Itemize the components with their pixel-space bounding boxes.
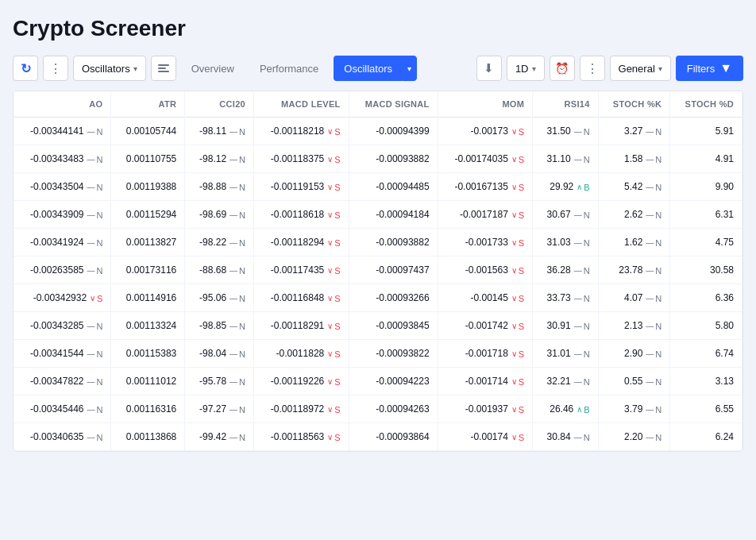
signal-badge: — N bbox=[230, 405, 245, 415]
signal-badge: — N bbox=[87, 183, 103, 192]
data-table: AO ATR CCI20 MACD LEVEL MACD SIGNAL MOM … bbox=[14, 91, 742, 451]
signal-badge: — N bbox=[87, 405, 103, 415]
signal-badge: ∨ S bbox=[511, 349, 524, 359]
cell-mom: -0.001733∨ S bbox=[438, 229, 533, 256]
col-cci20[interactable]: CCI20 bbox=[185, 91, 254, 118]
cell-rsi14: 31.50— N bbox=[533, 118, 598, 145]
signal-badge: ∧ B bbox=[577, 183, 589, 192]
signal-badge: ∨ S bbox=[511, 266, 524, 276]
signal-badge: — N bbox=[230, 294, 245, 303]
general-chevron-icon: ▾ bbox=[658, 64, 662, 73]
cell-atr: 0.00113827 bbox=[111, 229, 185, 256]
cell-ao: -0.00343483— N bbox=[14, 145, 111, 173]
signal-badge: ∨ S bbox=[327, 155, 340, 164]
interval-dropdown[interactable]: 1D ▾ bbox=[507, 56, 545, 81]
table-row: -0.00340635— N 0.00113868 -99.42— N -0.0… bbox=[14, 423, 742, 451]
cell-atr: 0.00119388 bbox=[111, 173, 185, 201]
cell-macd-level: -0.00118218∨ S bbox=[254, 118, 349, 145]
signal-badge: — N bbox=[230, 266, 245, 276]
signal-badge: ∨ S bbox=[327, 238, 340, 248]
col-rsi14[interactable]: RSI14 bbox=[533, 91, 598, 118]
chart-button[interactable] bbox=[151, 56, 176, 81]
signal-badge: ∨ S bbox=[327, 210, 340, 220]
signal-badge: — N bbox=[87, 127, 103, 137]
col-ao[interactable]: AO bbox=[14, 91, 111, 118]
split-chevron-icon: ▾ bbox=[407, 64, 411, 73]
general-dropdown[interactable]: General ▾ bbox=[610, 56, 671, 81]
cell-stoch-k: 0.55— N bbox=[598, 368, 670, 395]
cell-ao: -0.00341544— N bbox=[14, 340, 111, 368]
table-row: -0.00343909— N 0.00115294 -98.69— N -0.0… bbox=[14, 201, 742, 229]
signal-badge: ∨ S bbox=[511, 322, 524, 331]
page: Crypto Screener ↻ ⋮ Oscillators ▾ bbox=[0, 0, 756, 452]
signal-badge: ∨ S bbox=[511, 433, 524, 442]
cell-mom: -0.001563∨ S bbox=[438, 256, 533, 284]
cell-macd-signal: -0.00093266 bbox=[349, 284, 438, 312]
cell-cci20: -98.88— N bbox=[185, 173, 254, 201]
signal-badge: ∨ S bbox=[511, 294, 524, 303]
cell-stoch-k: 2.90— N bbox=[598, 340, 670, 368]
col-stoch-k[interactable]: STOCH %K bbox=[598, 91, 670, 118]
tab-oscillators: Oscillators ▾ bbox=[334, 56, 417, 81]
signal-badge: — N bbox=[87, 349, 103, 359]
cell-atr: 0.00113324 bbox=[111, 312, 185, 340]
signal-badge: — N bbox=[87, 377, 103, 387]
table-row: -0.00344141— N 0.00105744 -98.11— N -0.0… bbox=[14, 118, 742, 145]
oscillators-dropdown[interactable]: Oscillators ▾ bbox=[73, 56, 146, 81]
cell-rsi14: 32.21— N bbox=[533, 368, 598, 395]
cell-stoch-d: 5.91 bbox=[670, 118, 742, 145]
signal-badge: — N bbox=[646, 433, 662, 442]
col-stoch-d[interactable]: STOCH %D bbox=[670, 91, 742, 118]
signal-badge: ∨ S bbox=[327, 127, 340, 137]
filters-button[interactable]: Filters ▼ bbox=[676, 56, 743, 81]
signal-badge: ∨ S bbox=[511, 238, 524, 248]
tab-performance[interactable]: Performance bbox=[249, 56, 329, 81]
cell-macd-signal: -0.00094399 bbox=[349, 118, 438, 145]
cell-cci20: -98.12— N bbox=[185, 145, 254, 173]
signal-badge: — N bbox=[574, 433, 590, 442]
toolbar-left: ↻ ⋮ Oscillators ▾ Overview Performance bbox=[13, 56, 472, 81]
more-options-button-2[interactable]: ⋮ bbox=[580, 56, 605, 81]
cell-rsi14: 33.73— N bbox=[533, 284, 598, 312]
more-options-button[interactable]: ⋮ bbox=[43, 56, 68, 81]
signal-badge: — N bbox=[646, 349, 662, 359]
cell-stoch-k: 1.62— N bbox=[598, 229, 670, 256]
cell-macd-signal: -0.00094223 bbox=[349, 368, 438, 395]
toolbar-right: ⬇ 1D ▾ ⏰ ⋮ General ▾ Filters ▼ bbox=[476, 56, 743, 81]
signal-badge: — N bbox=[230, 322, 245, 331]
signal-badge: ∧ B bbox=[577, 405, 589, 415]
signal-badge: — N bbox=[230, 210, 245, 220]
refresh-button[interactable]: ↻ bbox=[13, 56, 38, 81]
oscillators-tab-button[interactable]: Oscillators bbox=[334, 56, 402, 81]
col-macd-level[interactable]: MACD LEVEL bbox=[254, 91, 349, 118]
cell-ao: -0.00343504— N bbox=[14, 173, 111, 201]
oscillators-label: Oscillators bbox=[82, 63, 130, 75]
cell-atr: 0.00113868 bbox=[111, 423, 185, 451]
col-mom[interactable]: MOM bbox=[438, 91, 533, 118]
cell-ao: -0.00345446— N bbox=[14, 395, 111, 423]
cell-rsi14: 31.10— N bbox=[533, 145, 598, 173]
signal-badge: ∨ S bbox=[327, 433, 340, 442]
col-macd-signal[interactable]: MACD SIGNAL bbox=[349, 91, 438, 118]
signal-badge: — N bbox=[87, 322, 103, 331]
signal-badge: ∨ S bbox=[511, 405, 524, 415]
cell-atr: 0.00115383 bbox=[111, 340, 185, 368]
signal-badge: — N bbox=[230, 183, 245, 192]
signal-badge: — N bbox=[230, 238, 245, 248]
oscillators-tab-arrow[interactable]: ▾ bbox=[402, 56, 417, 81]
col-atr[interactable]: ATR bbox=[111, 91, 185, 118]
cell-mom: -0.00174035∨ S bbox=[438, 145, 533, 173]
tab-overview[interactable]: Overview bbox=[181, 56, 245, 81]
cell-mom: -0.00167135∨ S bbox=[438, 173, 533, 201]
download-button[interactable]: ⬇ bbox=[476, 56, 502, 81]
interval-chevron-icon: ▾ bbox=[532, 64, 536, 73]
signal-badge: — N bbox=[230, 155, 245, 164]
signal-badge: ∨ S bbox=[327, 294, 340, 303]
signal-badge: — N bbox=[574, 155, 590, 164]
signal-badge: — N bbox=[574, 238, 590, 248]
cell-atr: 0.00111012 bbox=[111, 368, 185, 395]
alert-button[interactable]: ⏰ bbox=[550, 56, 575, 81]
cell-ao: -0.00343909— N bbox=[14, 201, 111, 229]
signal-badge: — N bbox=[574, 294, 590, 303]
cell-stoch-k: 1.58— N bbox=[598, 145, 670, 173]
